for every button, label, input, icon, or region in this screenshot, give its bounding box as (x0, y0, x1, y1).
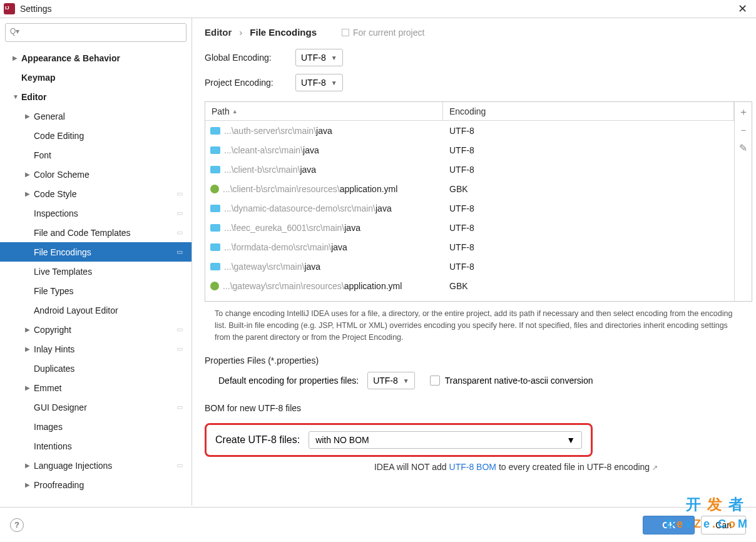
search-input[interactable] (5, 23, 186, 42)
tree-item-file-types[interactable]: File Types (0, 281, 192, 300)
project-scope-icon (342, 29, 349, 36)
folder-icon (210, 127, 220, 135)
arrow-icon: ▶ (25, 326, 34, 333)
watermark: 开发者 (686, 494, 750, 514)
table-row[interactable]: ...\client-b\src\main\javaUTF-8 (205, 160, 734, 179)
tree-item-copyright[interactable]: ▶Copyright▭ (0, 320, 192, 339)
module-icon (210, 301, 219, 302)
arrow-icon: ▶ (25, 481, 34, 488)
arrow-icon: ▶ (25, 384, 34, 391)
folder-icon (210, 205, 220, 212)
project-badge-icon: ▭ (176, 325, 185, 334)
chevron-right-icon: › (239, 27, 242, 38)
help-icon[interactable]: ? (10, 518, 24, 532)
breadcrumb-file-encodings: File Encodings (250, 27, 317, 38)
project-badge-icon: ▭ (176, 345, 185, 354)
tree-item-appearance-behavior[interactable]: ▶Appearance & Behavior (0, 48, 192, 68)
table-row[interactable]: ...\gateway\src\main\resources\applicati… (205, 276, 734, 295)
table-row[interactable]: ...\gateway\src\main\javaUTF-8 (205, 257, 734, 276)
folder-icon (210, 146, 220, 154)
folder-icon (210, 166, 220, 173)
dialog-footer: ? OK Can (0, 507, 756, 542)
default-props-encoding-combo[interactable]: UTF-8▼ (367, 372, 415, 389)
breadcrumb-editor[interactable]: Editor (205, 27, 232, 38)
add-icon[interactable]: ＋ (738, 106, 748, 119)
yml-file-icon (210, 185, 219, 193)
table-toolbar: ＋ － ✎ (734, 102, 752, 301)
table-row[interactable]: ...\client-b\src\main\resources\applicat… (205, 179, 734, 198)
tree-item-file-encodings[interactable]: File Encodings▭ (0, 242, 192, 262)
arrow-icon: ▶ (25, 190, 34, 197)
tree-item-code-style[interactable]: ▶Code Style▭ (0, 184, 192, 203)
table-row[interactable]: ...\dynamic-datasource-demo\src\main\jav… (205, 198, 734, 218)
tree-item-file-and-code-templates[interactable]: File and Code Templates▭ (0, 223, 192, 242)
sort-asc-icon: ▲ (232, 108, 238, 115)
project-badge-icon: ▭ (176, 190, 185, 198)
watermark-domain: DevZe.CoM (666, 518, 750, 531)
tree-item-language-injections[interactable]: ▶Language Injections▭ (0, 456, 192, 475)
utf8-bom-link[interactable]: UTF-8 BOM (449, 462, 496, 472)
create-utf8-label: Create UTF-8 files: (215, 434, 300, 446)
tree-item-keymap[interactable]: Keymap (0, 68, 192, 87)
search-icon: Q▾ (10, 27, 19, 36)
remove-icon[interactable]: － (738, 124, 748, 137)
project-badge-icon: ▭ (176, 403, 185, 412)
project-encoding-combo[interactable]: UTF-8▼ (295, 74, 343, 91)
table-row[interactable]: ...\gof23-demoUTF-8 (205, 295, 734, 301)
arrow-icon: ▶ (25, 345, 34, 352)
table-row[interactable]: ...\formdata-demo\src\main\javaUTF-8 (205, 237, 734, 257)
default-props-encoding-label: Default encoding for properties files: (218, 376, 359, 386)
tree-item-font[interactable]: Font (0, 145, 192, 165)
project-badge-icon: ▭ (176, 461, 185, 470)
folder-icon (210, 243, 220, 251)
tree-item-emmet[interactable]: ▶Emmet (0, 378, 192, 397)
tree-item-code-editing[interactable]: Code Editing (0, 126, 192, 145)
tree-item-editor[interactable]: ▼Editor (0, 87, 192, 106)
tree-item-images[interactable]: Images (0, 417, 192, 436)
arrow-icon: ▶ (25, 171, 34, 178)
table-row[interactable]: ...\auth-server\src\main\javaUTF-8 (205, 121, 734, 140)
transparent-ascii-checkbox[interactable] (430, 376, 440, 386)
global-encoding-combo[interactable]: UTF-8▼ (295, 49, 343, 66)
col-path[interactable]: Path▲ (205, 102, 443, 120)
table-row[interactable]: ...\cleant-a\src\main\javaUTF-8 (205, 140, 734, 160)
yml-file-icon (210, 282, 219, 290)
tree-item-inspections[interactable]: Inspections▭ (0, 203, 192, 223)
window-title: Settings (20, 4, 52, 14)
app-icon (4, 3, 15, 14)
tree-item-android-layout-editor[interactable]: Android Layout Editor (0, 300, 192, 320)
global-encoding-label: Global Encoding: (205, 53, 295, 63)
project-badge-icon: ▭ (176, 228, 185, 237)
tree-item-duplicates[interactable]: Duplicates (0, 359, 192, 378)
folder-icon (210, 263, 220, 270)
create-utf8-combo[interactable]: with NO BOM▼ (309, 431, 582, 449)
bom-highlight: Create UTF-8 files: with NO BOM▼ (205, 423, 593, 457)
bom-note: IDEA will NOT add UTF-8 BOM to every cre… (280, 462, 752, 472)
sidebar: Q▾ ▶Appearance & BehaviorKeymap▼Editor▶G… (0, 18, 192, 506)
chevron-down-icon: ▼ (331, 79, 337, 86)
tree-item-gui-designer[interactable]: GUI Designer▭ (0, 397, 192, 417)
tree-item-general[interactable]: ▶General (0, 106, 192, 126)
table-row[interactable]: ...\feec_eureka_6001\src\main\javaUTF-8 (205, 218, 734, 237)
transparent-ascii-label: Transparent native-to-ascii conversion (445, 376, 593, 386)
content-panel: Editor › File Encodings For current proj… (192, 18, 756, 506)
help-text: To change encoding IntelliJ IDEA uses fo… (205, 302, 752, 349)
bom-section-title: BOM for new UTF-8 files (205, 403, 752, 413)
tree-item-intentions[interactable]: Intentions (0, 436, 192, 456)
tree-item-proofreading[interactable]: ▶Proofreading (0, 475, 192, 494)
arrow-icon: ▶ (13, 54, 21, 61)
tree-item-inlay-hints[interactable]: ▶Inlay Hints▭ (0, 339, 192, 359)
arrow-icon: ▼ (13, 93, 21, 100)
edit-icon[interactable]: ✎ (739, 142, 747, 154)
chevron-down-icon: ▼ (566, 435, 575, 445)
titlebar: Settings ✕ (0, 0, 756, 18)
tree-item-live-templates[interactable]: Live Templates (0, 262, 192, 281)
properties-section-title: Properties Files (*.properties) (205, 355, 752, 366)
close-icon[interactable]: ✕ (733, 1, 752, 17)
encodings-table: Path▲ Encoding ...\auth-server\src\main\… (205, 101, 752, 302)
folder-icon (210, 224, 220, 232)
project-encoding-label: Project Encoding: (205, 78, 295, 88)
col-encoding[interactable]: Encoding (443, 102, 734, 120)
breadcrumb: Editor › File Encodings For current proj… (205, 27, 752, 38)
tree-item-color-scheme[interactable]: ▶Color Scheme (0, 165, 192, 184)
